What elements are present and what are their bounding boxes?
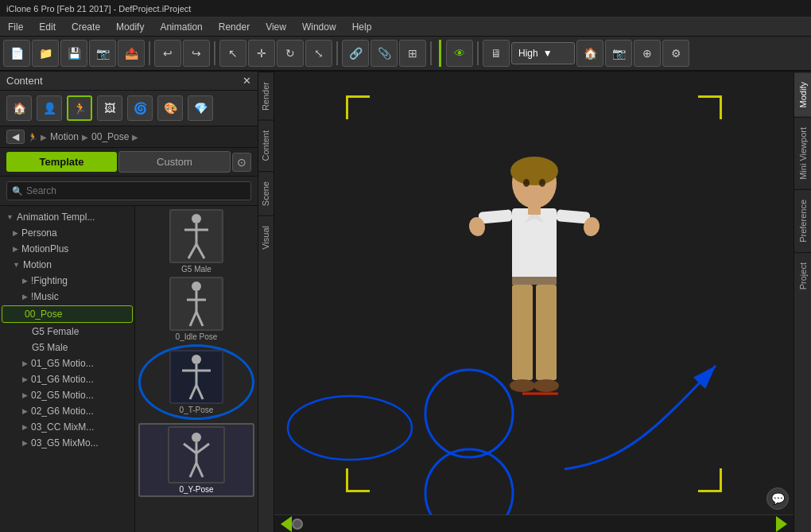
timeline-dot[interactable] <box>292 518 303 530</box>
menu-render[interactable]: Render <box>211 20 258 34</box>
rotate-button[interactable]: ↻ <box>277 40 304 67</box>
right-tabs: Modify Mini Viewport Preference Project <box>794 72 811 532</box>
eye-button[interactable]: 👁 <box>446 40 473 67</box>
material-icon-btn[interactable]: 🎨 <box>157 95 183 121</box>
scene-icon-btn[interactable]: 🏠 <box>6 95 32 121</box>
camera-button[interactable]: 📷 <box>605 40 632 67</box>
tree-item[interactable]: ▶ 02_G6 Motio... <box>0 403 134 419</box>
transform-button[interactable]: ⊕ <box>634 40 661 67</box>
extra-button[interactable]: ⚙ <box>662 40 689 67</box>
svg-line-9 <box>196 312 203 326</box>
scale-button[interactable]: ⤡ <box>305 40 332 67</box>
redo-button[interactable]: ↪ <box>183 40 210 67</box>
thumb-label-g5male: G5 Male <box>181 265 211 274</box>
prev-frame-button[interactable] <box>281 516 292 532</box>
thumbnail-ypose[interactable]: 0_Y-Pose <box>138 423 254 497</box>
tree-item[interactable]: ▶ 01_G6 Motio... <box>0 371 134 387</box>
expand-arrow: ▼ <box>6 213 14 221</box>
expand-arrow: ▼ <box>13 261 20 269</box>
tree-item[interactable]: ▶ !Music <box>0 289 134 305</box>
right-tab-mini-viewport[interactable]: Mini Viewport <box>794 117 811 189</box>
menu-window[interactable]: Window <box>294 20 344 34</box>
svg-rect-33 <box>536 285 557 380</box>
thumbnail-tpose[interactable]: 0_T-Pose <box>138 344 254 420</box>
tree-item-label: Motion <box>23 259 52 270</box>
template-tab[interactable]: Template <box>6 152 117 172</box>
menu-modify[interactable]: Modify <box>108 20 152 34</box>
expand-arrow: ▶ <box>13 245 18 253</box>
align-button[interactable]: ⊞ <box>399 40 426 67</box>
breadcrumb-pose[interactable]: 00_Pose <box>91 131 129 142</box>
media-icon-btn[interactable]: 🖼 <box>97 95 122 121</box>
new-button[interactable]: 📄 <box>3 40 30 67</box>
motion-icon-btn[interactable]: 🏃 <box>67 95 92 121</box>
side-tab-visual[interactable]: Visual <box>258 216 274 259</box>
back-button[interactable]: ◀ <box>6 130 25 144</box>
move-button[interactable]: ✛ <box>248 40 275 67</box>
menu-file[interactable]: File <box>0 20 31 34</box>
tree-item[interactable]: ▶ !Fighting <box>0 273 134 289</box>
view-button[interactable]: 🖥 <box>483 40 510 67</box>
tree-item[interactable]: ▶ 03_CC MixM... <box>0 419 134 435</box>
svg-line-3 <box>188 244 196 258</box>
viewport-area[interactable]: 💬 <box>274 72 794 532</box>
link-button[interactable]: 🔗 <box>342 40 369 67</box>
undo-button[interactable]: ↩ <box>154 40 181 67</box>
effect-icon-btn[interactable]: 🌀 <box>127 95 153 121</box>
svg-line-19 <box>190 463 196 477</box>
menu-create[interactable]: Create <box>64 20 108 34</box>
tree-item[interactable]: G5 Male <box>0 340 134 355</box>
tree-item-00pose[interactable]: 00_Pose <box>2 305 133 323</box>
actor-icon-btn[interactable]: 👤 <box>37 95 62 121</box>
menu-help[interactable]: Help <box>344 20 380 34</box>
accessory-icon-btn[interactable]: 💎 <box>188 95 213 121</box>
breadcrumb-motion[interactable]: Motion <box>50 131 79 142</box>
side-tab-content[interactable]: Content <box>258 120 274 171</box>
svg-point-0 <box>192 214 201 223</box>
separator-4 <box>430 41 432 65</box>
separator-1 <box>149 41 150 65</box>
menu-animation[interactable]: Animation <box>152 20 210 34</box>
search-container: 🔍 <box>0 177 258 206</box>
tree-panel: ▼ Animation Templ... ▶ Persona ▶ MotionP… <box>0 206 135 532</box>
menu-view[interactable]: View <box>258 20 294 34</box>
custom-tab[interactable]: Custom <box>118 151 231 173</box>
side-tab-render[interactable]: Render <box>258 72 274 120</box>
quality-dropdown[interactable]: High ▼ <box>511 42 575 64</box>
tree-item-label: !Music <box>31 291 59 302</box>
search-input[interactable] <box>6 181 251 200</box>
close-button[interactable]: ✕ <box>243 75 251 87</box>
attach-button[interactable]: 📎 <box>371 40 398 67</box>
tree-item-motion[interactable]: ▼ Motion <box>0 257 134 273</box>
tree-item[interactable]: ▶ Persona <box>0 225 134 241</box>
menu-edit[interactable]: Edit <box>31 20 64 34</box>
tree-item[interactable]: ▶ 02_G5 Motio... <box>0 387 134 403</box>
svg-line-4 <box>196 244 204 258</box>
tree-item[interactable]: ▶ 03_G5 MixMo... <box>0 435 134 451</box>
viewport[interactable]: 💬 <box>274 72 794 532</box>
search-icon: 🔍 <box>12 186 23 196</box>
right-tab-preference[interactable]: Preference <box>794 189 811 252</box>
tree-item-label: Persona <box>21 227 57 239</box>
select-button[interactable]: ↖ <box>219 40 246 67</box>
export-button[interactable]: 📤 <box>118 40 145 67</box>
import-button[interactable]: 📷 <box>89 40 116 67</box>
thumbnail-g5male[interactable]: G5 Male <box>138 209 254 274</box>
tree-item[interactable]: ▶ MotionPlus <box>0 241 134 257</box>
right-tab-modify[interactable]: Modify <box>794 72 811 117</box>
thumbnail-idle[interactable]: 0_Idle Pose <box>138 277 254 341</box>
side-tab-scene[interactable]: Scene <box>258 171 274 216</box>
open-button[interactable]: 📁 <box>32 40 59 67</box>
tree-item[interactable]: ▼ Animation Templ... <box>0 209 134 225</box>
next-frame-button[interactable] <box>776 516 787 532</box>
tab-settings-button[interactable]: ⊙ <box>232 153 251 172</box>
right-tab-project[interactable]: Project <box>794 252 811 299</box>
tree-item-label: Animation Templ... <box>17 212 95 223</box>
chat-button[interactable]: 💬 <box>766 487 789 510</box>
tree-item[interactable]: ▶ 01_G5 Motio... <box>0 355 134 371</box>
svg-point-15 <box>192 433 201 442</box>
home-button[interactable]: 🏠 <box>576 40 603 67</box>
tree-item-label: 03_CC MixM... <box>31 421 94 433</box>
save-button[interactable]: 💾 <box>60 40 87 67</box>
tree-item[interactable]: G5 Female <box>0 324 134 340</box>
